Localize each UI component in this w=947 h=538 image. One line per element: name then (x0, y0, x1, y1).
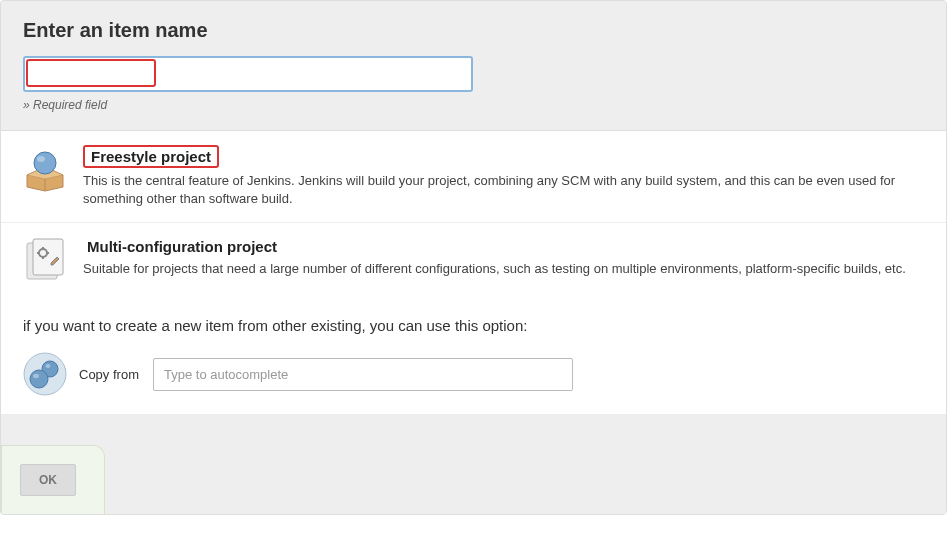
item-description: This is the central feature of Jenkins. … (83, 172, 926, 208)
item-content: Multi-configuration project Suitable for… (83, 237, 926, 278)
svg-point-9 (30, 370, 48, 388)
ok-button[interactable]: OK (20, 464, 76, 496)
item-type-multiconfig[interactable]: Multi-configuration project Suitable for… (1, 222, 946, 299)
svg-point-10 (33, 374, 39, 378)
multiconfig-project-icon (21, 237, 69, 285)
item-type-list: Freestyle project This is the central fe… (1, 131, 946, 299)
item-title: Multi-configuration project (83, 237, 281, 256)
item-description: Suitable for projects that need a large … (83, 260, 926, 278)
item-content: Freestyle project This is the central fe… (83, 145, 926, 208)
copy-prompt-text: if you want to create a new item from ot… (23, 317, 924, 334)
ok-tab: OK (1, 445, 105, 514)
name-section: Enter an item name » Required field (1, 1, 946, 131)
svg-point-2 (37, 156, 45, 162)
required-field-note: » Required field (23, 98, 924, 112)
copy-row: Copy from (23, 352, 924, 396)
copy-from-input[interactable] (153, 358, 573, 391)
footer: OK (1, 414, 946, 514)
svg-rect-4 (33, 239, 63, 275)
copy-from-section: if you want to create a new item from ot… (1, 299, 946, 414)
item-type-freestyle[interactable]: Freestyle project This is the central fe… (1, 131, 946, 222)
item-name-input[interactable] (23, 56, 473, 92)
name-input-wrap (23, 56, 473, 92)
page-title: Enter an item name (23, 19, 924, 42)
svg-point-8 (46, 364, 51, 368)
freestyle-project-icon (21, 145, 69, 193)
item-title: Freestyle project (83, 145, 219, 168)
copy-from-icon (23, 352, 67, 396)
new-item-panel: Enter an item name » Required field Free… (0, 0, 947, 515)
copy-from-label: Copy from (79, 367, 139, 382)
